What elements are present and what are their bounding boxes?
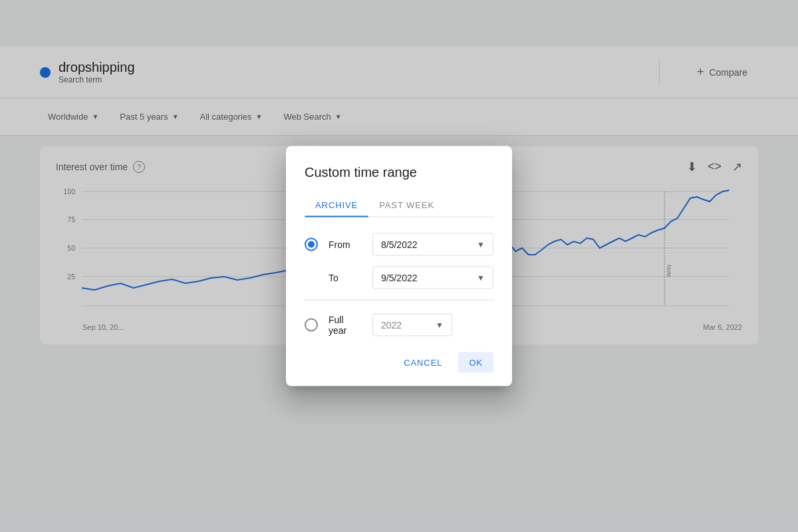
divider — [305, 300, 493, 301]
year-select[interactable]: 2022 ▼ — [372, 314, 452, 336]
tab-past-week[interactable]: PAST WEEK — [368, 194, 445, 217]
tab-archive[interactable]: ARCHIVE — [305, 194, 368, 217]
to-row: To 9/5/2022 ▼ — [305, 267, 493, 289]
from-label: From — [329, 239, 362, 250]
modal-tabs: ARCHIVE PAST WEEK — [305, 194, 493, 217]
year-arrow-icon: ▼ — [436, 321, 444, 330]
to-label: To — [329, 273, 362, 283]
from-date-arrow-icon: ▼ — [477, 240, 485, 249]
year-value: 2022 — [381, 320, 402, 331]
modal-title: Custom time range — [305, 165, 493, 180]
from-date-select[interactable]: 8/5/2022 ▼ — [372, 233, 493, 256]
ok-button[interactable]: OK — [458, 352, 493, 373]
modal-footer: CANCEL OK — [305, 352, 493, 373]
full-year-row: Full year 2022 ▼ — [305, 314, 493, 336]
full-year-label: Full year — [329, 315, 362, 336]
full-year-radio[interactable] — [305, 319, 318, 332]
from-date-value: 8/5/2022 — [381, 239, 418, 250]
custom-time-range-modal: Custom time range ARCHIVE PAST WEEK From… — [286, 146, 512, 386]
archive-form: From 8/5/2022 ▼ To 9/5/2022 ▼ Full year … — [305, 233, 493, 336]
to-date-arrow-icon: ▼ — [477, 273, 485, 283]
from-row: From 8/5/2022 ▼ — [305, 233, 493, 256]
to-date-select[interactable]: 9/5/2022 ▼ — [372, 267, 493, 289]
archive-radio[interactable] — [305, 238, 318, 251]
to-date-value: 9/5/2022 — [381, 273, 418, 283]
cancel-button[interactable]: CANCEL — [393, 352, 453, 373]
